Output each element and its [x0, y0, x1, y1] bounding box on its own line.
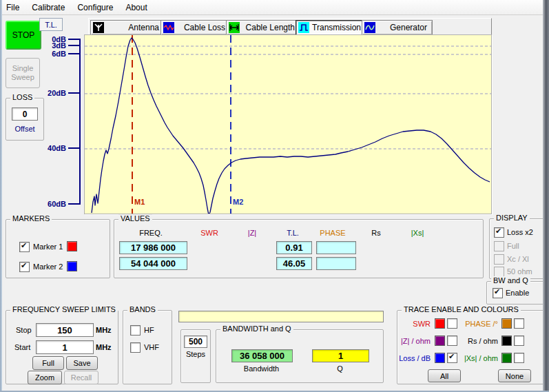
cable-loss-button-label: Cable Loss [184, 23, 225, 32]
display-group: DISPLAY Loss x2 Full Xc / Xl 50 ohm [489, 218, 545, 279]
marker2-phase-value [316, 257, 356, 270]
display-full-label: Full [507, 242, 519, 250]
values-group-title: VALUES [118, 214, 152, 223]
display-xcxl-label: Xc / Xl [507, 255, 529, 263]
marker1-freq-value[interactable]: 17 986 000 [119, 241, 187, 254]
trace-loss-checkbox[interactable] [447, 353, 457, 363]
zoom-sweep-button[interactable]: Zoom [28, 371, 62, 384]
q-label: Q [312, 364, 368, 373]
start-label: Start [14, 343, 30, 351]
marker2-label: M2 [233, 198, 243, 206]
stop-freq-input[interactable]: 150 [36, 323, 94, 337]
trace-group-title: TRACE ENABLE AND COLOURS [402, 305, 521, 313]
bandwidth-group: BANDWIDTH and Q 36 058 000 Bandwidth 1 Q [216, 329, 384, 383]
vhf-checkbox[interactable] [130, 342, 141, 353]
steps-input[interactable]: 500 [184, 336, 207, 348]
antenna-button-label: Antenna [128, 23, 159, 32]
trace-z-checkbox[interactable] [447, 336, 457, 346]
cable-loss-icon [163, 22, 174, 33]
bwq-enable-checkbox[interactable] [493, 288, 503, 298]
hf-checkbox[interactable] [130, 325, 141, 336]
hf-label: HF [144, 326, 154, 334]
cable-loss-button[interactable]: Cable Loss [160, 20, 231, 35]
marker2-freq-value[interactable]: 54 044 000 [119, 257, 187, 270]
menu-configure[interactable]: Configure [71, 1, 119, 14]
trace-all-button[interactable]: All [428, 369, 461, 382]
bwq-group: BW and Q Enable [486, 281, 546, 305]
steps-label: Steps [181, 350, 210, 358]
start-unit-label: MHz [96, 343, 112, 351]
col-phase: PHASE [309, 229, 357, 237]
steps-group: 500 Steps [180, 329, 211, 383]
loss-offset-label: Offset [6, 125, 43, 133]
sweep-limits-title: FREQUENCY SWEEP LIMITS [10, 305, 118, 313]
values-group: VALUES FREQ. SWR |Z| T.L. PHASE Rs |Xs| … [114, 219, 484, 278]
trace-rs-checkbox[interactable] [514, 336, 524, 346]
display-lossx2-checkbox[interactable] [494, 227, 504, 238]
trace-xs-checkbox[interactable] [514, 353, 524, 363]
col-xs: |Xs| [393, 229, 442, 237]
trace-swr-swatch[interactable] [435, 318, 445, 329]
trace-phase-checkbox[interactable] [514, 318, 524, 329]
antenna-button[interactable]: Antenna [90, 20, 165, 35]
display-lossx2-label: Loss x2 [507, 228, 533, 236]
menu-calibrate[interactable]: Calibrate [25, 1, 71, 14]
marker2-checkbox-label: Marker 2 [33, 262, 63, 271]
axis-tick-3db: 3dB [39, 41, 66, 50]
antenna-icon [93, 22, 104, 33]
axis-tick-40db: 40dB [39, 144, 66, 152]
bandwidth-label: Bandwidth [231, 364, 291, 373]
trace-z-swatch[interactable] [435, 336, 445, 346]
generator-button[interactable]: Generator [362, 20, 433, 35]
menu-bar: File Calibrate Configure About [0, 0, 549, 15]
col-swr: SWR [185, 229, 234, 237]
markers-group: MARKERS Marker 1 Marker 2 [6, 219, 110, 278]
loss-group: LOSS 0 Offset [6, 98, 44, 141]
sweep-chart[interactable]: M1 M2 [84, 34, 492, 214]
bands-group: BANDS HF VHF [123, 310, 172, 384]
trace-phase-swatch[interactable] [501, 318, 512, 329]
markers-group-title: MARKERS [10, 214, 52, 223]
marker1-tl-value: 0.91 [276, 241, 312, 254]
chart-canvas [85, 35, 491, 214]
trace-loss-swatch[interactable] [435, 353, 445, 363]
trace-xs-swatch[interactable] [501, 353, 512, 363]
generator-button-label: Generator [390, 23, 427, 32]
display-50ohm-label: 50 ohm [507, 267, 532, 276]
menu-file[interactable]: File [0, 1, 25, 14]
generator-icon [364, 22, 375, 33]
recall-sweep-button[interactable]: Recall [64, 371, 99, 384]
bandwidth-group-title: BANDWIDTH and Q [220, 324, 293, 333]
marker1-checkbox[interactable] [19, 242, 30, 252]
stop-button[interactable]: STOP [6, 21, 41, 50]
display-xcxl-checkbox [494, 254, 504, 265]
window-border-right [543, 0, 549, 392]
marker2-colour-swatch[interactable] [67, 261, 77, 271]
col-freq: FREQ. [127, 229, 175, 237]
marker2-checkbox[interactable] [19, 262, 30, 272]
trace-z-label: |Z| / ohm [397, 337, 431, 345]
loss-offset-input[interactable]: 0 [12, 107, 38, 121]
window-border-left [0, 0, 2, 392]
single-sweep-button[interactable]: Single Sweep [6, 58, 40, 88]
marker1-label: M1 [134, 198, 145, 206]
trace-none-button[interactable]: None [498, 369, 531, 382]
vhf-label: VHF [144, 343, 159, 351]
full-sweep-button[interactable]: Full [32, 356, 64, 370]
bandwidth-value: 36 058 000 [231, 349, 293, 362]
axis-tick-6db: 6dB [39, 50, 66, 58]
trace-phase-label: PHASE /° [457, 320, 498, 328]
trace-rs-swatch[interactable] [501, 336, 512, 346]
marker2-tl-value: 46.05 [276, 257, 312, 270]
marker1-colour-swatch[interactable] [67, 241, 77, 251]
transmission-button[interactable]: Transmission [296, 20, 366, 35]
trace-swr-checkbox[interactable] [447, 318, 457, 329]
start-freq-input[interactable]: 1 [36, 340, 94, 354]
menu-about[interactable]: About [119, 1, 153, 14]
marker1-checkbox-label: Marker 1 [33, 243, 63, 251]
save-sweep-button[interactable]: Save [66, 356, 98, 370]
bwq-enable-label: Enable [506, 289, 529, 297]
bwq-group-title: BW and Q [491, 276, 530, 285]
cable-length-button[interactable]: Cable Length [226, 20, 300, 35]
display-50ohm-checkbox [494, 267, 504, 277]
